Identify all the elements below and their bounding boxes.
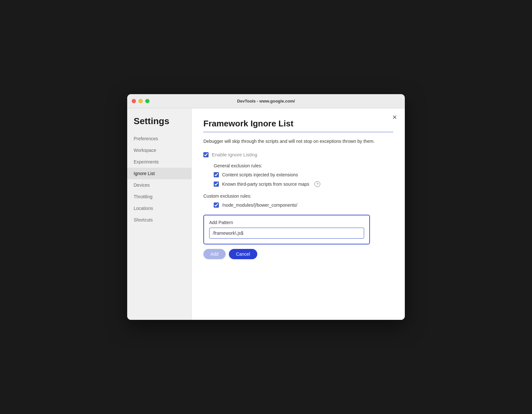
enable-ignore-listing-row: Enable Ignore Listing [203,152,393,157]
maximize-traffic-light[interactable] [145,99,149,103]
custom-rule1-row: /node_modules/|/bower_components/ [203,202,393,208]
rule1-checkbox[interactable] [214,172,219,177]
sidebar: Settings Preferences Workspace Experimen… [127,108,192,320]
add-pattern-label: Add Pattern [209,220,364,225]
rule1-label[interactable]: Content scripts injected by extensions [214,172,298,177]
general-exclusion-label: General exclusion rules: [214,163,393,168]
description-text: Debugger will skip through the scripts a… [203,138,393,145]
sidebar-item-devices[interactable]: Devices [127,179,191,191]
sidebar-item-workspace[interactable]: Workspace [127,144,191,156]
custom-rule1-label[interactable]: /node_modules/|/bower_components/ [222,202,297,208]
cancel-button[interactable]: Cancel [229,249,257,259]
window-body: Settings Preferences Workspace Experimen… [127,108,405,320]
sidebar-heading: Settings [127,116,191,133]
devtools-window: DevTools - www.google.com/ Settings Pref… [127,94,405,320]
main-content: ✕ Framework Ignore List Debugger will sk… [192,108,405,320]
page-title: Framework Ignore List [203,119,393,129]
rule2-label[interactable]: Known third-party scripts from source ma… [214,181,320,187]
help-icon[interactable]: ? [314,181,320,187]
sidebar-item-preferences[interactable]: Preferences [127,133,191,144]
pattern-input[interactable] [209,228,364,239]
sidebar-item-shortcuts[interactable]: Shortcuts [127,214,191,226]
add-button[interactable]: Add [203,249,226,259]
rule1-row: Content scripts injected by extensions [214,172,393,177]
titlebar: DevTools - www.google.com/ [127,94,405,108]
sidebar-item-experiments[interactable]: Experiments [127,156,191,168]
custom-exclusion-section: Custom exclusion rules: /node_modules/|/… [203,193,393,208]
minimize-traffic-light[interactable] [138,99,143,103]
sidebar-item-ignore-list[interactable]: Ignore List [127,168,191,179]
sidebar-item-throttling[interactable]: Throttling [127,191,191,202]
custom-exclusion-label: Custom exclusion rules: [203,193,393,199]
rule2-checkbox[interactable] [214,182,219,187]
add-pattern-box: Add Pattern [203,215,370,244]
custom-rule1-checkbox[interactable] [214,202,219,208]
general-exclusion-section: General exclusion rules: Content scripts… [203,163,393,187]
enable-ignore-listing-checkbox[interactable] [203,152,209,157]
rule2-row: Known third-party scripts from source ma… [214,181,393,187]
window-title: DevTools - www.google.com/ [237,99,295,104]
close-button[interactable]: ✕ [391,113,398,121]
button-row: Add Cancel [203,249,393,259]
sidebar-item-locations[interactable]: Locations [127,202,191,214]
traffic-lights [132,99,149,103]
title-divider [203,132,393,132]
close-traffic-light[interactable] [132,99,136,103]
enable-ignore-listing-label[interactable]: Enable Ignore Listing [212,152,257,157]
